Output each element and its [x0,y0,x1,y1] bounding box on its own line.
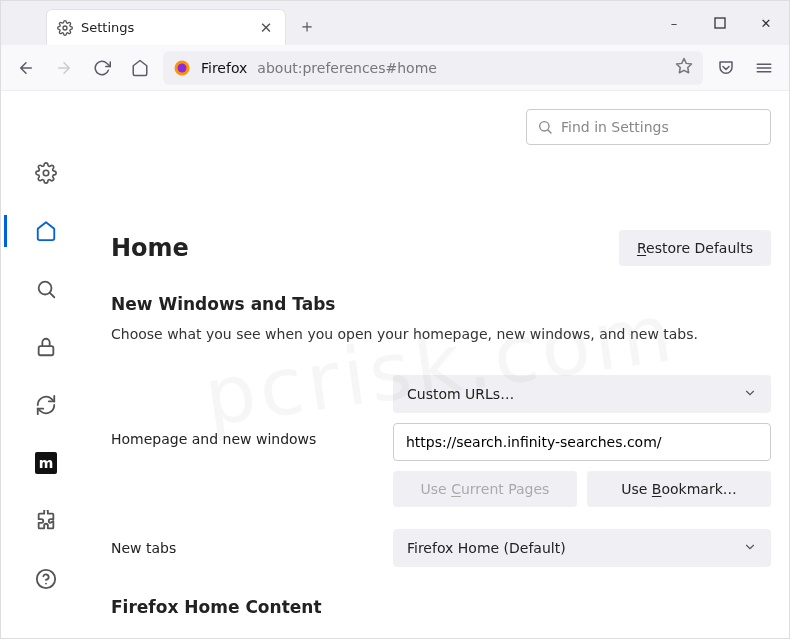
tab-title: Settings [81,20,249,35]
gear-icon [57,20,73,36]
homepage-label: Homepage and new windows [111,375,381,447]
search-icon [537,119,553,135]
sidebar-more-from-mozilla-icon[interactable]: m [34,451,58,475]
use-bookmark-button[interactable]: Use Bookmark… [587,471,771,507]
address-bar[interactable]: Firefox about:preferences#home [163,51,703,85]
section-heading-new-windows-tabs: New Windows and Tabs [111,294,771,314]
bookmark-star-icon[interactable] [675,57,693,78]
svg-line-15 [548,130,551,133]
new-tabs-select[interactable]: Firefox Home (Default) [393,529,771,567]
page-title: Home [111,234,189,262]
section-heading-firefox-home-content: Firefox Home Content [111,597,771,617]
forward-button[interactable] [49,53,79,83]
svg-rect-11 [39,346,54,355]
firefox-logo-icon [173,59,191,77]
tab-strip: Settings ✕ ＋ – ✕ [1,1,789,45]
window-controls: – ✕ [651,1,789,45]
home-button[interactable] [125,53,155,83]
use-current-pages-button[interactable]: Use Current Pages [393,471,577,507]
sidebar-extensions-icon[interactable] [34,509,58,533]
minimize-button[interactable]: – [651,1,697,45]
maximize-button[interactable] [697,1,743,45]
sidebar-privacy-icon[interactable] [34,335,58,359]
sidebar-home-icon[interactable] [34,219,58,243]
find-in-settings[interactable] [526,109,771,145]
settings-main: pcrisk.com Home Restore Defaults New Win… [91,91,789,638]
settings-sidebar: m [1,91,91,638]
svg-point-3 [178,63,187,72]
chevron-down-icon [743,540,757,557]
back-button[interactable] [11,53,41,83]
svg-line-10 [50,293,54,297]
app-menu-button[interactable] [749,53,779,83]
close-tab-icon[interactable]: ✕ [257,19,275,37]
browser-tab-settings[interactable]: Settings ✕ [46,9,286,45]
sidebar-help-icon[interactable] [34,567,58,591]
chevron-down-icon [743,386,757,403]
new-tab-button[interactable]: ＋ [292,11,322,41]
close-window-button[interactable]: ✕ [743,1,789,45]
svg-marker-4 [677,59,692,73]
sidebar-general-icon[interactable] [34,161,58,185]
section-description: Choose what you see when you open your h… [111,324,771,345]
homepage-mode-select[interactable]: Custom URLs… [393,375,771,413]
find-in-settings-input[interactable] [561,119,760,135]
sidebar-search-icon[interactable] [34,277,58,301]
svg-rect-1 [715,18,725,28]
urlbar-context: Firefox [201,60,247,76]
reload-button[interactable] [87,53,117,83]
browser-toolbar: Firefox about:preferences#home [1,45,789,91]
new-tabs-label: New tabs [111,540,381,556]
urlbar-address: about:preferences#home [257,60,437,76]
svg-point-8 [43,170,49,176]
pocket-button[interactable] [711,53,741,83]
select-value: Firefox Home (Default) [407,540,566,556]
select-value: Custom URLs… [407,386,514,402]
sidebar-sync-icon[interactable] [34,393,58,417]
restore-defaults-button[interactable]: Restore Defaults [619,230,771,266]
svg-point-0 [63,26,67,30]
homepage-url-input[interactable] [393,423,771,461]
